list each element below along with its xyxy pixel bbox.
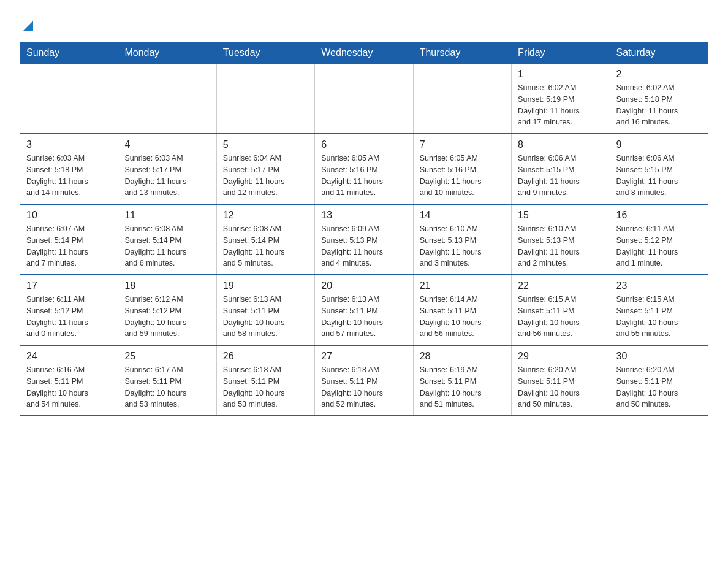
calendar-cell <box>20 64 118 134</box>
logo <box>20 15 34 34</box>
day-info: Sunrise: 6:20 AMSunset: 5:11 PMDaylight:… <box>518 364 603 410</box>
day-number: 22 <box>518 280 603 291</box>
day-number: 19 <box>223 280 308 291</box>
day-info: Sunrise: 6:05 AMSunset: 5:16 PMDaylight:… <box>321 153 406 199</box>
day-number: 10 <box>26 210 112 221</box>
calendar-cell: 27Sunrise: 6:18 AMSunset: 5:11 PMDayligh… <box>315 345 413 416</box>
day-info: Sunrise: 6:10 AMSunset: 5:13 PMDaylight:… <box>420 223 505 269</box>
calendar-cell: 30Sunrise: 6:20 AMSunset: 5:11 PMDayligh… <box>610 345 708 416</box>
calendar-cell: 29Sunrise: 6:20 AMSunset: 5:11 PMDayligh… <box>512 345 610 416</box>
day-info: Sunrise: 6:03 AMSunset: 5:18 PMDaylight:… <box>26 153 112 199</box>
day-number: 26 <box>223 351 308 362</box>
day-info: Sunrise: 6:02 AMSunset: 5:19 PMDaylight:… <box>518 82 603 128</box>
calendar-cell: 19Sunrise: 6:13 AMSunset: 5:11 PMDayligh… <box>216 275 314 345</box>
day-info: Sunrise: 6:15 AMSunset: 5:11 PMDaylight:… <box>518 294 603 340</box>
calendar-cell <box>118 64 216 134</box>
calendar-week-row: 1Sunrise: 6:02 AMSunset: 5:19 PMDaylight… <box>20 64 708 134</box>
calendar-cell: 4Sunrise: 6:03 AMSunset: 5:17 PMDaylight… <box>118 134 216 204</box>
calendar-cell: 8Sunrise: 6:06 AMSunset: 5:15 PMDaylight… <box>512 134 610 204</box>
calendar-cell: 5Sunrise: 6:04 AMSunset: 5:17 PMDaylight… <box>216 134 314 204</box>
day-info: Sunrise: 6:05 AMSunset: 5:16 PMDaylight:… <box>420 153 505 199</box>
day-number: 18 <box>124 280 210 291</box>
calendar-week-row: 3Sunrise: 6:03 AMSunset: 5:18 PMDaylight… <box>20 134 708 204</box>
day-number: 12 <box>223 210 308 221</box>
day-info: Sunrise: 6:06 AMSunset: 5:15 PMDaylight:… <box>616 153 702 199</box>
calendar-cell: 12Sunrise: 6:08 AMSunset: 5:14 PMDayligh… <box>216 204 314 275</box>
calendar-cell: 23Sunrise: 6:15 AMSunset: 5:11 PMDayligh… <box>610 275 708 345</box>
weekday-header-wednesday: Wednesday <box>315 42 413 64</box>
calendar-table: SundayMondayTuesdayWednesdayThursdayFrid… <box>20 42 708 416</box>
calendar-cell: 13Sunrise: 6:09 AMSunset: 5:13 PMDayligh… <box>315 204 413 275</box>
calendar-week-row: 24Sunrise: 6:16 AMSunset: 5:11 PMDayligh… <box>20 345 708 416</box>
calendar-cell: 7Sunrise: 6:05 AMSunset: 5:16 PMDaylight… <box>413 134 511 204</box>
day-number: 13 <box>321 210 406 221</box>
calendar-cell: 22Sunrise: 6:15 AMSunset: 5:11 PMDayligh… <box>512 275 610 345</box>
day-number: 20 <box>321 280 406 291</box>
calendar-cell <box>413 64 511 134</box>
day-number: 14 <box>420 210 505 221</box>
day-info: Sunrise: 6:08 AMSunset: 5:14 PMDaylight:… <box>223 223 308 269</box>
calendar-cell: 17Sunrise: 6:11 AMSunset: 5:12 PMDayligh… <box>20 275 118 345</box>
day-info: Sunrise: 6:06 AMSunset: 5:15 PMDaylight:… <box>518 153 603 199</box>
calendar-cell: 16Sunrise: 6:11 AMSunset: 5:12 PMDayligh… <box>610 204 708 275</box>
calendar-cell: 1Sunrise: 6:02 AMSunset: 5:19 PMDaylight… <box>512 64 610 134</box>
calendar-cell <box>216 64 314 134</box>
calendar-cell: 28Sunrise: 6:19 AMSunset: 5:11 PMDayligh… <box>413 345 511 416</box>
day-info: Sunrise: 6:03 AMSunset: 5:17 PMDaylight:… <box>124 153 210 199</box>
weekday-header-tuesday: Tuesday <box>216 42 314 64</box>
day-number: 5 <box>223 139 308 150</box>
calendar-cell: 11Sunrise: 6:08 AMSunset: 5:14 PMDayligh… <box>118 204 216 275</box>
day-info: Sunrise: 6:18 AMSunset: 5:11 PMDaylight:… <box>223 364 308 410</box>
day-info: Sunrise: 6:02 AMSunset: 5:18 PMDaylight:… <box>616 82 702 128</box>
day-info: Sunrise: 6:10 AMSunset: 5:13 PMDaylight:… <box>518 223 603 269</box>
weekday-header-sunday: Sunday <box>20 42 118 64</box>
day-info: Sunrise: 6:19 AMSunset: 5:11 PMDaylight:… <box>420 364 505 410</box>
day-number: 17 <box>26 280 112 291</box>
day-number: 1 <box>518 69 603 80</box>
day-info: Sunrise: 6:17 AMSunset: 5:11 PMDaylight:… <box>124 364 210 410</box>
day-info: Sunrise: 6:11 AMSunset: 5:12 PMDaylight:… <box>616 223 702 269</box>
calendar-cell: 18Sunrise: 6:12 AMSunset: 5:12 PMDayligh… <box>118 275 216 345</box>
day-info: Sunrise: 6:18 AMSunset: 5:11 PMDaylight:… <box>321 364 406 410</box>
day-number: 6 <box>321 139 406 150</box>
calendar-week-row: 10Sunrise: 6:07 AMSunset: 5:14 PMDayligh… <box>20 204 708 275</box>
logo-triangle-icon <box>22 20 34 32</box>
calendar-cell: 3Sunrise: 6:03 AMSunset: 5:18 PMDaylight… <box>20 134 118 204</box>
day-info: Sunrise: 6:08 AMSunset: 5:14 PMDaylight:… <box>124 223 210 269</box>
day-info: Sunrise: 6:09 AMSunset: 5:13 PMDaylight:… <box>321 223 406 269</box>
day-number: 25 <box>124 351 210 362</box>
svg-marker-0 <box>23 21 33 31</box>
day-info: Sunrise: 6:14 AMSunset: 5:11 PMDaylight:… <box>420 294 505 340</box>
day-info: Sunrise: 6:16 AMSunset: 5:11 PMDaylight:… <box>26 364 112 410</box>
calendar-cell: 26Sunrise: 6:18 AMSunset: 5:11 PMDayligh… <box>216 345 314 416</box>
day-number: 8 <box>518 139 603 150</box>
day-number: 7 <box>420 139 505 150</box>
day-number: 11 <box>124 210 210 221</box>
calendar-cell: 25Sunrise: 6:17 AMSunset: 5:11 PMDayligh… <box>118 345 216 416</box>
day-number: 23 <box>616 280 702 291</box>
day-number: 27 <box>321 351 406 362</box>
weekday-header-row: SundayMondayTuesdayWednesdayThursdayFrid… <box>20 42 708 64</box>
day-info: Sunrise: 6:20 AMSunset: 5:11 PMDaylight:… <box>616 364 702 410</box>
day-info: Sunrise: 6:07 AMSunset: 5:14 PMDaylight:… <box>26 223 112 269</box>
calendar-cell: 21Sunrise: 6:14 AMSunset: 5:11 PMDayligh… <box>413 275 511 345</box>
day-info: Sunrise: 6:04 AMSunset: 5:17 PMDaylight:… <box>223 153 308 199</box>
day-number: 30 <box>616 351 702 362</box>
calendar-cell: 20Sunrise: 6:13 AMSunset: 5:11 PMDayligh… <box>315 275 413 345</box>
day-number: 15 <box>518 210 603 221</box>
calendar-cell: 6Sunrise: 6:05 AMSunset: 5:16 PMDaylight… <box>315 134 413 204</box>
day-number: 4 <box>124 139 210 150</box>
calendar-cell: 9Sunrise: 6:06 AMSunset: 5:15 PMDaylight… <box>610 134 708 204</box>
weekday-header-thursday: Thursday <box>413 42 511 64</box>
calendar-week-row: 17Sunrise: 6:11 AMSunset: 5:12 PMDayligh… <box>20 275 708 345</box>
calendar-cell: 24Sunrise: 6:16 AMSunset: 5:11 PMDayligh… <box>20 345 118 416</box>
day-number: 9 <box>616 139 702 150</box>
day-number: 3 <box>26 139 112 150</box>
day-info: Sunrise: 6:11 AMSunset: 5:12 PMDaylight:… <box>26 294 112 340</box>
day-number: 16 <box>616 210 702 221</box>
weekday-header-saturday: Saturday <box>610 42 708 64</box>
day-number: 29 <box>518 351 603 362</box>
weekday-header-monday: Monday <box>118 42 216 64</box>
calendar-cell: 14Sunrise: 6:10 AMSunset: 5:13 PMDayligh… <box>413 204 511 275</box>
calendar-cell: 2Sunrise: 6:02 AMSunset: 5:18 PMDaylight… <box>610 64 708 134</box>
